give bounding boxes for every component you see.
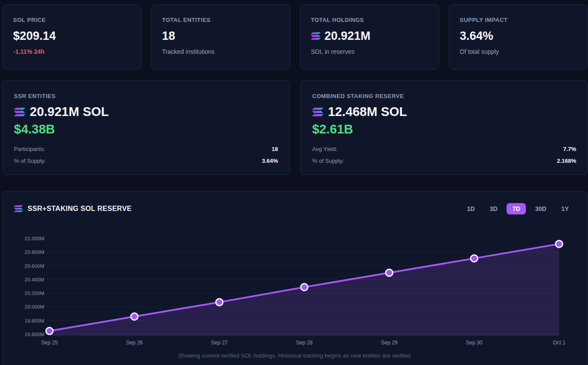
data-point[interactable] — [216, 299, 223, 306]
chart-header: SSR+STAKING SOL RESERVE 1D 3D 7D 30D 1Y — [3, 203, 588, 214]
total-entities-value: 18 — [162, 30, 175, 43]
y-tick-label: 20.000M — [25, 304, 44, 309]
y-tick-label: 19.800M — [25, 318, 44, 323]
chart-title: SSR+STAKING SOL RESERVE — [14, 205, 132, 213]
sol-amount: 20.921M SOL — [14, 105, 278, 119]
stat-card-total-holdings: TOTAL HOLDINGS 20.921M SOL in reserves — [300, 4, 439, 70]
sol-amount-value: 12.468M SOL — [328, 105, 407, 119]
y-tick-label: 20.600M — [25, 263, 44, 269]
range-button-7d[interactable]: 7D — [507, 203, 526, 214]
detail-value: 2.168% — [557, 158, 576, 164]
detail-value: 3.64% — [262, 158, 278, 164]
stat-value: 3.64% — [460, 30, 577, 43]
detail-rows: Avg Yield: 7.7% % of Supply: 2.168% — [312, 143, 576, 167]
range-button-1d[interactable]: 1D — [461, 203, 480, 214]
detail-row-participants: Participants: 18 — [14, 143, 278, 155]
card-label: SSR ENTITIES — [14, 93, 278, 99]
y-tick-label: 21.000M — [25, 236, 44, 241]
data-point[interactable] — [46, 327, 53, 334]
usd-value: $2.61B — [312, 123, 576, 137]
detail-rows: Participants: 18 % of Supply: 3.64% — [14, 143, 278, 167]
supply-impact-value: 3.64% — [460, 30, 493, 43]
stat-value: 18 — [162, 30, 279, 43]
y-tick-label: 20.800M — [25, 249, 44, 255]
x-tick-label: Sep 29 — [381, 340, 398, 346]
solana-logo-icon — [14, 205, 23, 212]
stat-card-sol-price: SOL PRICE $209.14 -1.11% 24h — [2, 4, 141, 70]
reserve-row: SSR ENTITIES 20.921M SOL $4.38B Particip… — [2, 80, 588, 175]
x-tick-label: Oct 1 — [553, 340, 566, 346]
stat-label: SUPPLY IMPACT — [460, 17, 577, 23]
total-holdings-value: 20.921M — [324, 30, 370, 43]
detail-value: 7.7% — [563, 146, 576, 152]
detail-row-supply-pct: % of Supply: 2.168% — [312, 155, 576, 167]
data-point[interactable] — [301, 284, 308, 291]
stat-subtext: Of total supply — [460, 48, 577, 55]
price-change-24h: -1.11% 24h — [13, 48, 130, 55]
dashboard: SOL PRICE $209.14 -1.11% 24h TOTAL ENTIT… — [0, 0, 588, 365]
x-tick-label: Sep 26 — [126, 340, 143, 346]
chart-title-text: SSR+STAKING SOL RESERVE — [28, 205, 132, 213]
stat-label: SOL PRICE — [13, 17, 130, 23]
combined-staking-reserve-card: COMBINED STAKING RESERVE 12.468M SOL $2.… — [300, 80, 588, 175]
detail-value: 18 — [272, 146, 278, 152]
data-point[interactable] — [556, 240, 563, 247]
usd-value: $4.38B — [14, 123, 278, 137]
stat-label: TOTAL ENTITIES — [162, 17, 279, 23]
detail-key: Avg Yield: — [312, 146, 338, 152]
sol-amount: 12.468M SOL — [312, 105, 576, 119]
y-tick-label: 20.200M — [25, 291, 44, 296]
ssr-entities-card: SSR ENTITIES 20.921M SOL $4.38B Particip… — [2, 80, 290, 175]
time-range-selector: 1D 3D 7D 30D 1Y — [461, 203, 574, 214]
stat-value: $209.14 — [13, 30, 130, 43]
range-button-30d[interactable]: 30D — [529, 203, 552, 214]
detail-key: Participants: — [14, 146, 46, 152]
solana-logo-icon — [311, 32, 320, 40]
x-tick-label: Sep 25 — [41, 340, 58, 346]
solana-logo-icon — [312, 108, 323, 116]
x-tick-label: Sep 27 — [211, 340, 228, 346]
detail-key: % of Supply: — [14, 158, 46, 164]
detail-row-avg-yield: Avg Yield: 7.7% — [312, 143, 576, 155]
stat-value: 20.921M — [311, 30, 428, 43]
data-point[interactable] — [386, 269, 393, 276]
range-button-1y[interactable]: 1Y — [556, 203, 574, 214]
reserve-chart-card: SSR+STAKING SOL RESERVE 1D 3D 7D 30D 1Y … — [2, 191, 588, 365]
solana-logo-icon — [14, 108, 25, 116]
sol-amount-value: 20.921M SOL — [30, 105, 109, 119]
y-tick-label: 19.600M — [25, 332, 44, 337]
detail-row-supply-pct: % of Supply: 3.64% — [14, 155, 278, 167]
card-label: COMBINED STAKING RESERVE — [312, 93, 576, 99]
data-point[interactable] — [471, 255, 478, 262]
stats-row: SOL PRICE $209.14 -1.11% 24h TOTAL ENTIT… — [2, 4, 588, 70]
stat-label: TOTAL HOLDINGS — [311, 17, 428, 23]
y-tick-label: 20.400M — [25, 277, 44, 282]
x-tick-label: Sep 30 — [466, 340, 482, 346]
stat-card-supply-impact: SUPPLY IMPACT 3.64% Of total supply — [449, 4, 588, 70]
stat-subtext: SOL in reserves — [311, 48, 428, 55]
x-tick-label: Sep 28 — [296, 340, 313, 346]
range-button-3d[interactable]: 3D — [484, 203, 503, 214]
chart-footnote: Showing current verified SOL holdings. H… — [3, 352, 588, 359]
data-point[interactable] — [131, 313, 138, 320]
reserve-line-chart: 19.600M19.800M20.000M20.200M20.400M20.60… — [3, 232, 588, 349]
stat-subtext: Tracked institutions — [162, 48, 279, 55]
detail-key: % of Supply: — [312, 158, 344, 164]
stat-card-total-entities: TOTAL ENTITIES 18 Tracked institutions — [151, 4, 290, 70]
sol-price-value: $209.14 — [13, 30, 56, 43]
